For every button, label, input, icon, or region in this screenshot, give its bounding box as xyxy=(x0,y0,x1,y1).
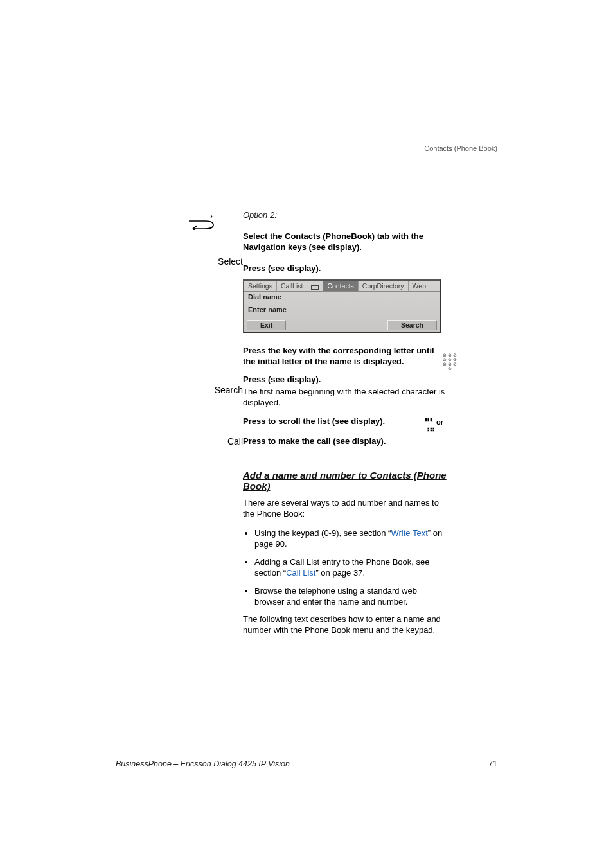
tab-web: Web xyxy=(409,281,430,291)
tab-contacts: Contacts xyxy=(323,281,358,291)
list-item: Using the keypad (0-9), see section “Wri… xyxy=(254,527,449,550)
page-number: 71 xyxy=(488,759,497,768)
display-enter-name: Enter name xyxy=(248,306,436,314)
search-result-text: The first name beginning with the select… xyxy=(243,387,449,409)
call-instruction: Press to make the call (see display). xyxy=(243,436,449,447)
list-item: Adding a Call List entry to the Phone Bo… xyxy=(254,556,449,579)
keypad-icon: ⊘⊘⊘⊘⊘⊘⊘⊘⊘⊘ xyxy=(439,353,462,371)
softkey-search: Search xyxy=(387,320,437,330)
add-methods-list: Using the keypad (0-9), see section “Wri… xyxy=(254,527,449,608)
tab-messages xyxy=(307,281,323,291)
navigation-key-icon: › xyxy=(186,212,218,230)
nav-instruction: Select the Contacts (PhoneBook) tab with… xyxy=(243,231,449,253)
page-header: Contacts (Phone Book) xyxy=(424,145,497,152)
keypad-instruction: Press the key with the corresponding let… xyxy=(243,346,449,368)
tab-corpdirectory: CorpDirectory xyxy=(359,281,409,291)
scroll-instruction: Press to scroll the list (see display). xyxy=(243,416,449,427)
or-label: or xyxy=(436,418,443,426)
bullet1-text-a: Using the keypad (0-9), see section “ xyxy=(254,528,391,538)
display-tabs: Settings CallList Contacts CorpDirectory… xyxy=(244,281,440,292)
envelope-icon xyxy=(311,285,319,290)
add-intro: There are several ways to add number and… xyxy=(243,498,449,520)
phone-display: Settings CallList Contacts CorpDirectory… xyxy=(243,279,441,333)
page-footer: BusinessPhone – Ericsson Dialog 4425 IP … xyxy=(116,759,497,768)
select-press: Press (see display). xyxy=(243,263,449,274)
footer-product: BusinessPhone – Ericsson Dialog 4425 IP … xyxy=(116,759,290,768)
scroll-down-icon xyxy=(424,418,434,426)
search-label: Search xyxy=(215,385,243,395)
write-text-link[interactable]: Write Text xyxy=(391,528,427,538)
search-press: Press (see display). xyxy=(243,375,449,385)
scroll-up-icon xyxy=(424,428,434,436)
select-label: Select xyxy=(218,256,243,267)
display-dial-name: Dial name xyxy=(248,293,436,301)
list-item: Browse the telephone using a standard we… xyxy=(254,585,449,608)
call-label: Call xyxy=(227,436,243,447)
scroll-icons: or xyxy=(424,417,449,436)
softkey-exit: Exit xyxy=(247,320,286,330)
add-section-heading: Add a name and number to Contacts (Phone… xyxy=(243,470,449,492)
bullet2-text-b: ” on page 37. xyxy=(315,568,365,578)
add-outro: The following text describes how to ente… xyxy=(243,614,449,636)
call-list-link[interactable]: Call List xyxy=(286,568,315,578)
option-label: Option 2: xyxy=(243,210,449,220)
tab-calllist: CallList xyxy=(277,281,307,291)
tab-settings: Settings xyxy=(244,281,277,291)
